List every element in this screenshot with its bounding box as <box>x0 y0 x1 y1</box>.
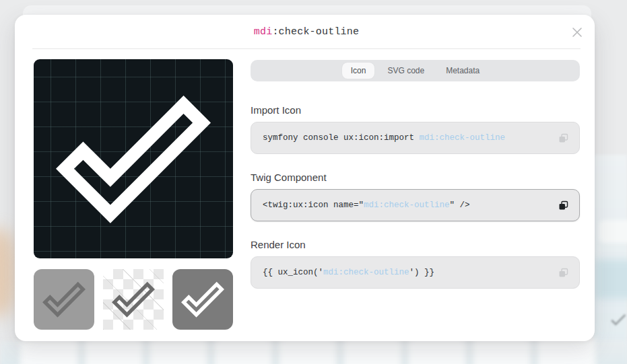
icon-preview-transparent <box>103 269 164 330</box>
preview-variants <box>34 269 233 330</box>
tabbar: Icon SVG code Metadata <box>251 60 580 81</box>
modal-title: mdi:check-outline <box>254 26 359 38</box>
code-text: {{ ux_icon('mdi:check-outline') }} <box>263 268 434 277</box>
close-button[interactable] <box>569 24 585 40</box>
section-title: Render Icon <box>251 239 580 250</box>
code-highlight: mdi:check-outline <box>420 133 506 143</box>
section-title: Import Icon <box>251 104 580 116</box>
icon-preview-dark <box>34 59 233 258</box>
icon-prefix: mdi <box>254 26 273 38</box>
modal-header: mdi:check-outline <box>32 15 581 49</box>
code-highlight: mdi:check-outline <box>364 201 450 210</box>
code-snippet-twig: <twig:ux:icon name="mdi:check-outline" /… <box>251 189 580 221</box>
blurred-card-right <box>599 220 627 243</box>
code-snippet-render: {{ ux_icon('mdi:check-outline') }} <box>251 256 580 289</box>
copy-icon <box>558 267 569 279</box>
tab-svg-code[interactable]: SVG code <box>378 63 433 79</box>
blurred-check-icon <box>608 310 627 330</box>
check-outline-icon <box>56 81 211 236</box>
icon-preview-gray <box>34 269 94 330</box>
code-highlight: mdi:check-outline <box>323 268 409 277</box>
copy-button[interactable] <box>556 265 570 280</box>
copy-icon <box>558 133 569 144</box>
section-import-icon: Import Icon symfony console ux:icon:impo… <box>251 104 580 154</box>
section-twig-component: Twig Component <twig:ux:icon name="mdi:c… <box>251 172 580 221</box>
preview-column <box>34 59 233 330</box>
code-text: symfony console ux:icon:import mdi:check… <box>263 133 505 143</box>
blurred-teal-band <box>595 260 627 299</box>
check-outline-icon <box>112 278 155 321</box>
code-text: <twig:ux:icon name="mdi:check-outline" /… <box>263 201 470 210</box>
details-column: Icon SVG code Metadata Import Icon symfo… <box>251 60 580 289</box>
icon-name: :check-outline <box>272 26 359 38</box>
copy-icon <box>558 200 569 211</box>
code-snippet-import: symfony console ux:icon:import mdi:check… <box>251 122 580 154</box>
close-icon <box>571 26 583 38</box>
icon-detail-modal: mdi:check-outline <box>15 15 595 341</box>
copy-button[interactable] <box>556 198 570 213</box>
icon-preview-darker <box>172 269 233 330</box>
copy-button[interactable] <box>556 131 570 145</box>
section-render-icon: Render Icon {{ ux_icon('mdi:check-outlin… <box>251 239 580 289</box>
check-outline-icon <box>181 278 224 321</box>
tab-icon[interactable]: Icon <box>342 63 375 79</box>
tab-metadata[interactable]: Metadata <box>437 63 488 79</box>
section-title: Twig Component <box>251 172 580 183</box>
check-outline-icon <box>42 278 86 321</box>
blurred-color-blob-left <box>0 229 16 316</box>
